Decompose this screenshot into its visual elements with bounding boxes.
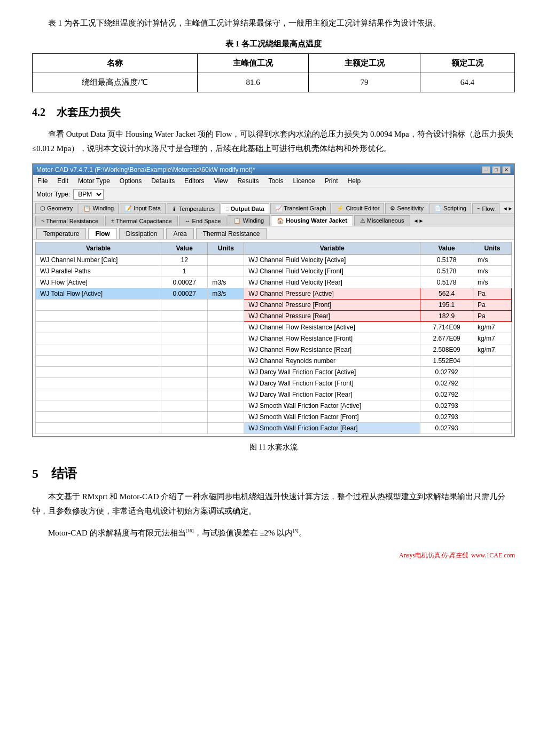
right-unit-3: Pa [473,288,512,300]
menu-defaults[interactable]: Defaults [149,176,177,186]
left-unit-7 [208,333,244,344]
right-val-3: 562.4 [420,288,473,300]
left-val-0: 12 [161,255,207,266]
grid-header-row: Variable Value Units Variable Value Unit… [36,242,512,255]
left-val-3: 0.00027 [161,288,207,300]
right-val-12: 0.02792 [420,389,473,400]
subtab-scroll-arrow[interactable]: ◄► [413,218,424,224]
menu-tools[interactable]: Tools [266,176,285,186]
subtab-thermal-resistance[interactable]: ~ Thermal Resistance [35,216,104,226]
left-unit-14 [208,412,244,423]
subtab-miscellaneous[interactable]: ⚠ Miscellaneous [354,215,410,226]
menu-editors[interactable]: Editors [182,176,206,186]
left-val-7 [161,333,207,344]
right-unit-12 [473,389,512,400]
content-tab-thermal-resistance[interactable]: Thermal Resistance [196,228,267,239]
right-var-0: WJ Channel Fluid Velocity [Active] [244,255,420,266]
menu-results[interactable]: Results [235,176,261,186]
grid-row-3: WJ Total Flow [Active] 0.00027 m3/s WJ C… [36,288,512,300]
tab-geometry[interactable]: ⬡ Geometry [35,203,77,214]
subtab-housing-water-jacket[interactable]: 🏠 Housing Water Jacket [271,215,353,226]
right-var-12: WJ Darcy Wall Friction Factor [Rear] [244,389,420,400]
right-unit-2: m/s [473,277,512,288]
menu-file[interactable]: File [35,176,50,186]
left-var-12 [36,389,161,400]
menu-options[interactable]: Options [118,176,144,186]
right-var-2: WJ Channel Fluid Velocity [Rear] [244,277,420,288]
tab-temperatures[interactable]: 🌡 Temperatures [167,203,220,214]
right-unit-14 [473,412,512,423]
left-unit-11 [208,378,244,389]
content-tab-dissipation[interactable]: Dissipation [119,228,165,239]
menu-bar: File Edit Motor Type Options Defaults Ed… [33,175,514,187]
right-unit-0: m/s [473,255,512,266]
table1-header-1: 主峰值工况 [197,54,308,73]
subtab-end-space[interactable]: ↔ End Space [179,216,227,226]
menu-print[interactable]: Print [323,176,340,186]
right-unit-4: Pa [473,300,512,311]
grid-row-14: WJ Smooth Wall Friction Factor [Front] 0… [36,412,512,423]
close-button[interactable]: ✕ [502,166,511,174]
section42-number: 4.2 [32,106,45,118]
right-unit-13 [473,400,512,412]
tab-output-data[interactable]: ≡ Output Data [221,203,269,214]
data-grid: Variable Value Units Variable Value Unit… [35,242,512,434]
content-tab-flow[interactable]: Flow [88,228,116,239]
tab-winding[interactable]: 📋 Winding [79,203,119,214]
menu-motor-type[interactable]: Motor Type [76,176,112,186]
left-var-2: WJ Flow [Active] [36,277,161,288]
right-unit-9 [473,356,512,367]
tab-circuit-editor[interactable]: ⚡ Circuit Editor [332,203,384,214]
right-val-11: 0.02792 [420,378,473,389]
right-unit-15 [473,423,512,434]
left-val-12 [161,389,207,400]
menu-licence[interactable]: Licence [291,176,317,186]
right-var-14: WJ Smooth Wall Friction Factor [Front] [244,412,420,423]
motor-type-bar: Motor Type: BPM [33,187,514,202]
grid-row-15: WJ Smooth Wall Friction Factor [Rear] 0.… [36,423,512,434]
subtab-winding[interactable]: 📋 Winding [228,215,270,226]
grid-row-6: WJ Channel Flow Resistance [Active] 7.71… [36,322,512,333]
tab-input-data[interactable]: 📝 Input Data [120,203,166,214]
right-var-1: WJ Channel Fluid Velocity [Front] [244,266,420,277]
right-var-7: WJ Channel Flow Resistance [Front] [244,333,420,344]
tab-sensitivity[interactable]: ⚙ Sensitivity [385,203,428,214]
left-var-9 [36,356,161,367]
left-val-13 [161,400,207,412]
right-val-14: 0.02793 [420,412,473,423]
right-unit-11 [473,378,512,389]
grid-row-1: WJ Parallel Paths 1 WJ Channel Fluid Vel… [36,266,512,277]
right-var-15: WJ Smooth Wall Friction Factor [Rear] [244,423,420,434]
main-tab-bar: ⬡ Geometry 📋 Winding 📝 Input Data 🌡 Temp… [33,202,514,214]
table1-header-0: 名称 [33,54,198,73]
menu-view[interactable]: View [212,176,230,186]
table1-header-2: 主额定工况 [309,54,420,73]
restore-button[interactable]: □ [492,166,501,174]
right-unit-6: kg/m7 [473,322,512,333]
grid-row-13: WJ Smooth Wall Friction Factor [Active] … [36,400,512,412]
tab-scripting[interactable]: 📄 Scripting [429,203,471,214]
minimize-button[interactable]: ─ [482,166,490,174]
table1-row-0: 绕组最高点温度/℃ 81.6 79 64.4 [33,73,515,92]
content-tab-temperature[interactable]: Temperature [36,228,86,239]
table1-cell-peak: 81.6 [197,73,308,92]
watermark-url: www.1CAE.com [471,552,515,559]
subtab-thermal-capacitance[interactable]: ± Thermal Capacitance [105,216,177,226]
motor-type-select[interactable]: BPM [73,189,104,200]
tab-scroll-arrow[interactable]: ◄► [503,206,513,211]
right-val-6: 7.714E09 [420,322,473,333]
left-unit-9 [208,356,244,367]
watermark-text: Ansys电机仿真 [399,552,441,559]
window-controls[interactable]: ─ □ ✕ [482,166,511,174]
menu-help[interactable]: Help [345,176,363,186]
left-unit-0 [208,255,244,266]
tab-flow[interactable]: ~ Flow [472,203,499,214]
left-var-5 [36,311,161,322]
right-unit-5: Pa [473,311,512,322]
tab-transient-graph[interactable]: 📈 Transient Graph [270,203,331,214]
content-tab-area[interactable]: Area [166,228,193,239]
left-val-1: 1 [161,266,207,277]
left-unit-3: m3/s [208,288,244,300]
menu-edit[interactable]: Edit [55,176,71,186]
left-unit-6 [208,322,244,333]
